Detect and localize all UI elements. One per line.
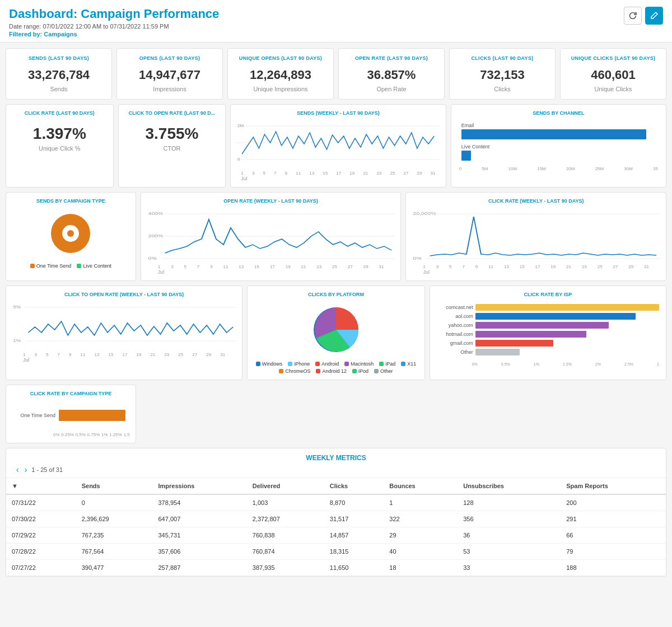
gmail-bar: [475, 340, 553, 347]
cell-delivered-4: 387,935: [247, 560, 324, 576]
metric-cards-row: SENDS (LAST 90 DAYS) 33,276,784 Sends OP…: [6, 48, 666, 100]
hotmail-bar: [475, 331, 587, 338]
filtered-by-label: Filtered by:: [9, 31, 42, 38]
cell-spam-0: 200: [561, 494, 666, 511]
table-row[interactable]: 07/29/22 767,235 345,731 760,838 14,857 …: [6, 527, 666, 544]
cell-date-1: 07/30/22: [6, 511, 76, 527]
weekly-metrics-table: ▼ Sends Impressions Delivered Clicks Bou…: [6, 478, 666, 576]
cell-sends-1: 2,396,629: [76, 511, 153, 527]
metric-card-value-4: 732,153: [456, 68, 548, 82]
legend-x11: X11: [401, 361, 416, 367]
table-row[interactable]: 07/30/22 2,396,629 647,007 2,372,807 31,…: [6, 511, 666, 527]
next-page-button[interactable]: ›: [24, 465, 29, 474]
isp-xaxis: 0%0.5%1%1.5%2%2.5%2.: [436, 362, 660, 366]
one-time-send-label: One Time Send: [36, 263, 72, 269]
table-header-row: ▼ Sends Impressions Delivered Clicks Bou…: [6, 478, 666, 494]
metric-card-label-1: Impressions: [124, 86, 216, 92]
svg-text:2M: 2M: [237, 123, 244, 128]
col-date[interactable]: ▼: [6, 478, 76, 494]
cell-delivered-3: 760,874: [247, 544, 324, 560]
table-row[interactable]: 07/27/22 390,477 257,887 387,935 11,650 …: [6, 560, 666, 576]
isp-row-comcast: comcast.net: [437, 304, 659, 311]
sends-by-channel-card: SENDS BY CHANNEL Email Live Content 05M1…: [451, 104, 666, 188]
weekly-metrics-section: WEEKLY METRICS ‹ › 1 - 25 of 31 ▼ Sends …: [6, 448, 666, 577]
sends-by-type-title: SENDS BY CAMPAIGN TYPE: [12, 198, 130, 204]
platform-legend: Windows iPhone Android Macintosh: [253, 361, 418, 374]
isp-row-hotmail: hotmail.com: [437, 331, 659, 338]
android12-dot: [316, 369, 320, 373]
metric-card-title-2: UNIQUE OPENS (LAST 90 DAYS): [235, 55, 326, 61]
cell-impressions-1: 647,007: [153, 511, 247, 527]
other-isp-bar: [475, 349, 520, 355]
click-rate-weekly-xlabel: Jul: [412, 269, 660, 275]
platform-pie: [253, 302, 418, 358]
metric-card-label-4: Clicks: [456, 86, 548, 92]
metric-card-label-0: Sends: [13, 86, 105, 92]
table-row[interactable]: 07/28/22 767,564 357,606 760,874 18,315 …: [6, 544, 666, 560]
x11-dot: [401, 362, 405, 366]
refresh-button[interactable]: [624, 7, 642, 25]
legend-one-time-send: One Time Send: [30, 263, 72, 269]
legend-ipad: iPad: [379, 361, 395, 367]
svg-point-7: [67, 230, 74, 237]
sends-weekly-xaxis: 135791113151719212325272931: [236, 171, 440, 176]
cell-clicks-2: 14,857: [324, 527, 384, 544]
svg-text:400%: 400%: [148, 211, 163, 216]
live-content-dot: [77, 264, 81, 268]
donut-chart: [12, 208, 130, 259]
cell-spam-2: 66: [561, 527, 666, 544]
live-content-bar: [461, 151, 471, 161]
svg-text:0%: 0%: [148, 256, 156, 261]
ipad-dot: [379, 362, 384, 366]
date-range: Date range: 07/01/2022 12:00 AM to 07/31…: [9, 23, 663, 30]
cell-bounces-1: 322: [384, 511, 458, 527]
metric-card-value-3: 36.857%: [346, 68, 437, 82]
metric-card-title-5: UNIQUE CLICKS (LAST 90 DAYS): [567, 55, 659, 61]
cell-sends-2: 767,235: [76, 527, 153, 544]
svg-text:20,000%: 20,000%: [413, 211, 436, 216]
col-impressions[interactable]: Impressions: [153, 478, 247, 494]
sends-weekly-title: SENDS (WEEKLY - LAST 90 DAYS): [236, 110, 440, 116]
open-rate-chart: 400% 200% 0%: [147, 208, 395, 264]
col-bounces[interactable]: Bounces: [384, 478, 458, 494]
open-rate-xaxis: 135791113151719212325272931: [147, 264, 395, 269]
click-rate-weekly-title: CLICK RATE (WEEKLY - LAST 90 DAYS): [412, 198, 660, 204]
cell-date-4: 07/27/22: [6, 560, 76, 576]
ctor-weekly-title: CLICK TO OPEN RATE (WEEKLY - LAST 90 DAY…: [12, 292, 236, 297]
macintosh-label: Macintosh: [351, 361, 374, 367]
click-rate-weekly-chart: 20,000% 0%: [412, 208, 660, 264]
metric-card-title-1: OPENS (LAST 90 DAYS): [124, 55, 216, 61]
prev-page-button[interactable]: ‹: [15, 465, 20, 474]
open-rate-weekly-card: OPEN RATE (WEEKLY - LAST 90 DAYS) 400% 2…: [141, 192, 402, 281]
col-unsubscribes[interactable]: Unsubscribes: [458, 478, 561, 494]
cell-bounces-2: 29: [384, 527, 458, 544]
edit-button[interactable]: [645, 7, 663, 25]
ctor-weekly-chart: 5% 1%: [12, 302, 236, 352]
isp-row-other: Other: [437, 349, 659, 355]
filtered-by: Filtered by: Campaigns: [9, 31, 663, 38]
ctor-weekly-xlabel: Jul: [12, 357, 236, 363]
cell-bounces-3: 40: [384, 544, 458, 560]
legend-other: Other: [374, 368, 393, 374]
table-row[interactable]: 07/31/22 0 378,954 1,003 8,870 1 128 200: [6, 494, 666, 511]
col-sends[interactable]: Sends: [76, 478, 153, 494]
metric-card-value-2: 12,264,893: [235, 68, 326, 82]
col-spam[interactable]: Spam Reports: [561, 478, 666, 494]
cell-bounces-4: 18: [384, 560, 458, 576]
metric-card-1: OPENS (LAST 90 DAYS) 14,947,677 Impressi…: [116, 48, 223, 100]
metric-card-title-4: CLICKS (LAST 90 DAYS): [456, 55, 548, 61]
col-clicks[interactable]: Clicks: [324, 478, 384, 494]
campaign-xaxis: 0%0.25%0.5%0.75%1%1.25%1.5: [12, 432, 130, 437]
other-dot: [374, 369, 379, 373]
click-rate-campaign-title: CLICK RATE BY CAMPAIGN TYPE: [12, 391, 130, 396]
header-actions: [624, 7, 663, 25]
gmail-label: gmail.com: [437, 340, 473, 346]
cell-sends-4: 390,477: [76, 560, 153, 576]
svg-text:1%: 1%: [13, 338, 21, 343]
click-rate-value: 1.397%: [12, 125, 108, 143]
ctor-title: CLICK TO OPEN RATE (LAST 90 D...: [124, 110, 220, 116]
pagination: ‹ › 1 - 25 of 31: [15, 465, 657, 474]
page-title: Dashboard: Campaign Performance: [9, 7, 663, 21]
legend-live-content: Live Content: [77, 263, 111, 269]
col-delivered[interactable]: Delivered: [247, 478, 324, 494]
